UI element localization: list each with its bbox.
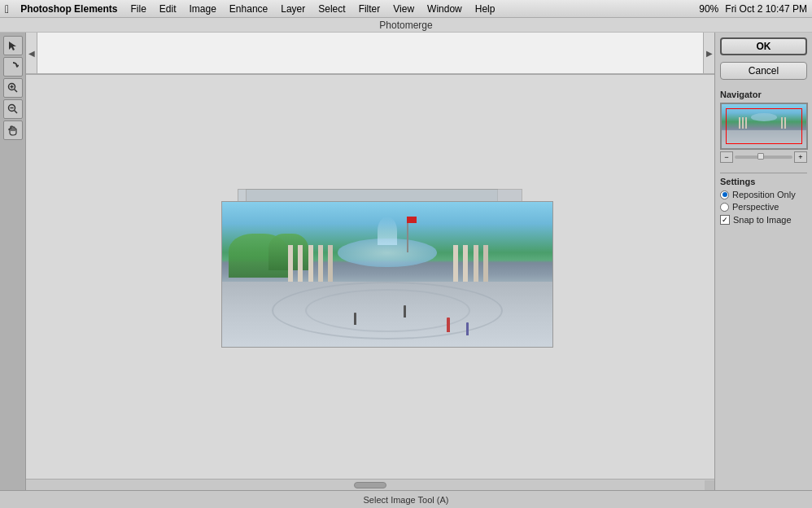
datetime-display: Fri Oct 2 10:47 PM [725, 3, 807, 15]
filmstrip-scroll-right[interactable]: ▶ [703, 33, 714, 73]
navigator-section: Navigator − [720, 90, 807, 163]
perspective-label: Perspective [732, 202, 779, 212]
resize-handle[interactable] [705, 480, 714, 490]
right-panel: OK Cancel Navigator [714, 33, 812, 490]
status-bar: Select Image Tool (A) [0, 490, 812, 508]
perspective-radio[interactable] [720, 203, 729, 212]
zoom-slider[interactable] [735, 155, 792, 159]
navigator-title: Navigator [720, 90, 807, 99]
battery-indicator: 90% [699, 3, 718, 15]
snap-to-image-row[interactable]: Snap to Image [720, 215, 807, 225]
zoom-out-button[interactable]: − [720, 151, 733, 163]
zoom-out-tool[interactable] [3, 99, 23, 119]
menu-help[interactable]: Help [470, 2, 500, 15]
rotate-tool[interactable] [3, 57, 23, 77]
zoom-in-button[interactable]: + [794, 151, 807, 163]
settings-title: Settings [720, 177, 807, 186]
reposition-radio-row[interactable]: Reposition Only [720, 190, 807, 199]
menu-select[interactable]: Select [313, 2, 350, 15]
main-layout: ◀ ▶ [0, 33, 812, 490]
navigator-highlight [726, 108, 802, 143]
canvas-container: ◀ ▶ [26, 33, 714, 490]
hand-tool[interactable] [3, 120, 23, 140]
status-text: Select Image Tool (A) [364, 495, 449, 505]
menu-edit[interactable]: Edit [155, 2, 181, 15]
menu-image[interactable]: Image [185, 2, 221, 15]
perspective-radio-row[interactable]: Perspective [720, 202, 807, 212]
app-name[interactable]: Photoshop Elements [15, 2, 122, 15]
zoom-controls: − + [720, 151, 807, 163]
svg-line-1 [14, 90, 17, 93]
menu-layer[interactable]: Layer [276, 2, 310, 15]
left-toolbar [0, 33, 26, 490]
menu-view[interactable]: View [388, 2, 419, 15]
select-tool[interactable] [3, 36, 23, 55]
pano-main-photo [221, 201, 553, 348]
zoom-tool[interactable] [3, 78, 23, 98]
menu-file[interactable]: File [125, 2, 151, 15]
filmstrip-content [37, 33, 703, 73]
menu-filter[interactable]: Filter [354, 2, 386, 15]
horizontal-scrollbar[interactable] [26, 479, 714, 490]
reposition-radio[interactable] [720, 190, 729, 199]
svg-line-5 [14, 111, 17, 114]
navigator-preview [720, 103, 808, 150]
zoom-slider-thumb[interactable] [757, 153, 764, 160]
panorama-container[interactable] [221, 189, 555, 348]
scrollbar-thumb[interactable] [354, 482, 386, 488]
settings-divider [720, 173, 807, 173]
filmstrip-scroll-left[interactable]: ◀ [26, 33, 37, 73]
menu-window[interactable]: Window [422, 2, 467, 15]
snap-label: Snap to Image [733, 215, 792, 225]
window-title: Photomerge [0, 18, 812, 33]
settings-section: Settings Reposition Only Perspective Sna… [720, 173, 807, 225]
cancel-button[interactable]: Cancel [720, 62, 807, 80]
canvas[interactable] [26, 75, 714, 479]
reposition-label: Reposition Only [732, 190, 796, 199]
apple-menu[interactable]:  [5, 2, 9, 15]
menu-bar:  Photoshop Elements File Edit Image Enh… [0, 0, 812, 18]
menu-enhance[interactable]: Enhance [225, 2, 273, 15]
menu-bar-right: 90% Fri Oct 2 10:47 PM [699, 3, 807, 15]
ok-button[interactable]: OK [720, 37, 807, 55]
filmstrip: ◀ ▶ [26, 33, 714, 75]
snap-checkbox[interactable] [720, 215, 730, 225]
